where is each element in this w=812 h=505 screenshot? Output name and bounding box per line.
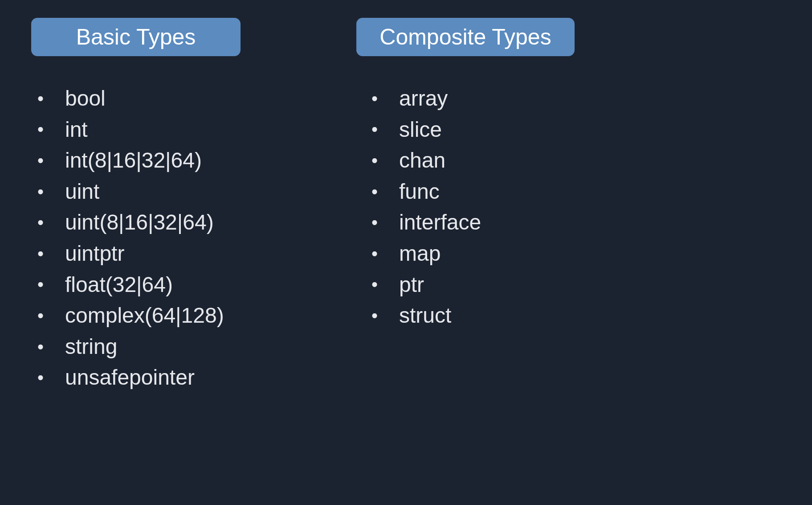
- list-item: complex(64|128): [36, 300, 241, 331]
- list-item: uintptr: [36, 238, 241, 269]
- list-item: int(8|16|32|64): [36, 145, 241, 176]
- list-item: string: [36, 331, 241, 362]
- basic-types-header: Basic Types: [31, 18, 241, 56]
- list-item: uint: [36, 176, 241, 207]
- basic-types-list: bool int int(8|16|32|64) uint uint(8|16|…: [31, 83, 241, 393]
- list-item: interface: [370, 207, 575, 238]
- basic-types-column: Basic Types bool int int(8|16|32|64) uin…: [31, 18, 241, 487]
- list-item: slice: [370, 114, 575, 145]
- list-item: ptr: [370, 269, 575, 300]
- composite-types-header: Composite Types: [356, 18, 575, 56]
- composite-types-column: Composite Types array slice chan func in…: [365, 18, 575, 487]
- list-item: bool: [36, 83, 241, 114]
- composite-types-list: array slice chan func interface map ptr …: [365, 83, 575, 331]
- list-item: array: [370, 83, 575, 114]
- list-item: int: [36, 114, 241, 145]
- list-item: unsafepointer: [36, 362, 241, 393]
- list-item: struct: [370, 300, 575, 331]
- list-item: func: [370, 176, 575, 207]
- list-item: float(32|64): [36, 269, 241, 300]
- list-item: chan: [370, 145, 575, 176]
- list-item: uint(8|16|32|64): [36, 207, 241, 238]
- list-item: map: [370, 238, 575, 269]
